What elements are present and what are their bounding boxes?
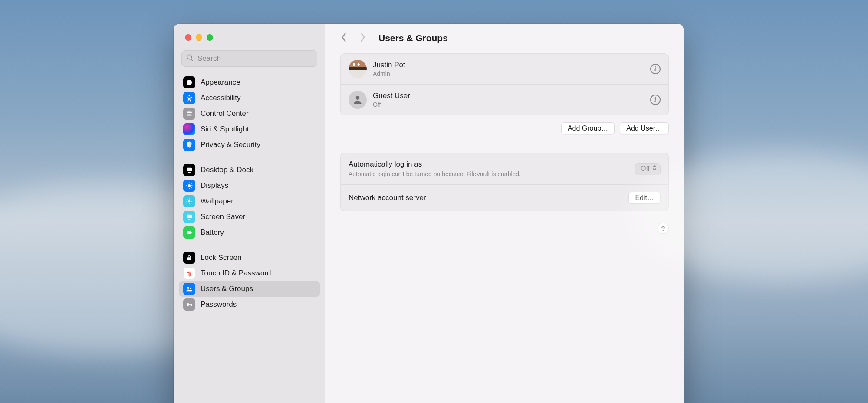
svg-line-14	[191, 183, 192, 184]
users-panel: Justin Pot Admin i Guest User Off i	[340, 53, 669, 115]
svg-point-6	[188, 184, 191, 187]
svg-rect-19	[191, 232, 192, 233]
sidebar-item-displays[interactable]: Displays	[179, 178, 320, 193]
sidebar-list: Appearance Accessibility Control Center …	[174, 73, 325, 324]
auto-login-value: Off	[641, 165, 650, 173]
sidebar-item-label: Desktop & Dock	[201, 166, 253, 174]
sidebar-item-label: Privacy & Security	[201, 141, 260, 149]
svg-rect-25	[191, 304, 192, 306]
sidebar-item-label: Appearance	[201, 78, 240, 87]
sidebar-item-screen-saver[interactable]: Screen Saver	[179, 209, 320, 225]
edit-network-server-button[interactable]: Edit…	[628, 192, 661, 204]
sidebar-item-siri-spotlight[interactable]: Siri & Spotlight	[179, 121, 320, 137]
sidebar-item-label: Control Center	[201, 109, 249, 118]
user-row[interactable]: Justin Pot Admin i	[341, 54, 668, 84]
svg-point-22	[190, 288, 191, 289]
svg-line-13	[187, 187, 187, 188]
zoom-window-button[interactable]	[207, 34, 213, 41]
search-input[interactable]	[197, 54, 312, 63]
add-buttons-row: Add Group… Add User…	[340, 122, 669, 134]
svg-rect-2	[187, 112, 192, 113]
sidebar-item-label: Wallpaper	[201, 197, 233, 206]
user-name: Justin Pot	[373, 61, 405, 69]
desktop-dock-icon	[183, 164, 195, 176]
svg-rect-17	[188, 219, 191, 220]
sidebar-item-lock-screen[interactable]: Lock Screen	[179, 250, 320, 265]
key-icon	[183, 298, 195, 311]
nav-forward-button[interactable]	[359, 33, 366, 44]
sidebar-item-desktop-dock[interactable]: Desktop & Dock	[179, 162, 320, 178]
sidebar-item-label: Users & Groups	[201, 285, 253, 293]
user-info-button[interactable]: i	[650, 95, 661, 105]
appearance-icon	[183, 76, 195, 88]
window-controls	[174, 34, 325, 50]
user-name: Guest User	[373, 92, 410, 100]
close-window-button[interactable]	[185, 34, 191, 41]
sidebar-item-appearance[interactable]: Appearance	[179, 75, 320, 90]
svg-rect-18	[187, 231, 191, 234]
control-center-icon	[183, 108, 195, 120]
sidebar-item-label: Siri & Spotlight	[201, 125, 249, 134]
login-settings-panel: Automatically log in as Automatic login …	[340, 153, 669, 211]
auto-login-select[interactable]: Off	[635, 163, 661, 174]
accessibility-icon	[183, 92, 195, 104]
svg-point-26	[356, 96, 360, 100]
sidebar-item-accessibility[interactable]: Accessibility	[179, 90, 320, 106]
sidebar-item-control-center[interactable]: Control Center	[179, 106, 320, 121]
svg-rect-20	[187, 257, 191, 260]
user-info-button[interactable]: i	[650, 64, 661, 74]
fingerprint-icon	[183, 267, 195, 279]
page-title: Users & Groups	[378, 33, 448, 43]
svg-point-23	[187, 303, 189, 306]
sidebar-item-users-groups[interactable]: Users & Groups	[179, 281, 320, 297]
wallpaper-icon	[183, 195, 195, 207]
svg-rect-3	[187, 115, 192, 116]
user-avatar	[349, 60, 367, 78]
user-avatar	[349, 91, 367, 109]
add-group-button[interactable]: Add Group…	[561, 122, 615, 134]
sidebar-item-battery[interactable]: Battery	[179, 225, 320, 240]
svg-line-11	[187, 183, 187, 184]
sidebar-item-touch-id[interactable]: Touch ID & Password	[179, 265, 320, 281]
sidebar-item-label: Displays	[201, 181, 228, 190]
help-button[interactable]: ?	[658, 223, 669, 234]
network-account-server-title: Network account server	[349, 193, 426, 202]
svg-point-1	[189, 95, 190, 96]
minimize-window-button[interactable]	[196, 34, 202, 41]
svg-point-15	[188, 200, 191, 203]
displays-icon	[183, 180, 195, 192]
svg-rect-5	[188, 172, 191, 173]
sidebar-item-wallpaper[interactable]: Wallpaper	[179, 193, 320, 209]
system-settings-window: Appearance Accessibility Control Center …	[174, 24, 684, 403]
user-row[interactable]: Guest User Off i	[341, 84, 668, 115]
sidebar-item-label: Passwords	[201, 300, 237, 309]
screen-saver-icon	[183, 211, 195, 223]
sidebar-item-passwords[interactable]: Passwords	[179, 297, 320, 312]
user-role: Off	[373, 101, 410, 108]
user-role: Admin	[373, 70, 405, 77]
network-account-server-row: Network account server Edit…	[341, 184, 668, 211]
content-header: Users & Groups	[340, 33, 669, 44]
svg-rect-4	[187, 168, 192, 171]
nav-back-button[interactable]	[340, 33, 347, 44]
add-user-button[interactable]: Add User…	[620, 122, 669, 134]
up-down-icon	[652, 165, 657, 173]
sidebar-item-privacy-security[interactable]: Privacy & Security	[179, 137, 320, 153]
svg-rect-16	[187, 215, 192, 218]
sidebar-item-label: Touch ID & Password	[201, 269, 271, 278]
users-icon	[183, 283, 195, 295]
sidebar-item-label: Battery	[201, 228, 224, 237]
auto-login-title: Automatically log in as	[349, 160, 521, 169]
svg-line-12	[191, 187, 192, 188]
auto-login-note: Automatic login can't be turned on becau…	[349, 170, 521, 177]
sidebar-item-label: Lock Screen	[201, 253, 242, 262]
battery-icon	[183, 226, 195, 239]
sidebar-item-label: Screen Saver	[201, 213, 245, 221]
sidebar: Appearance Accessibility Control Center …	[174, 24, 326, 403]
search-field[interactable]	[181, 50, 317, 67]
sidebar-item-label: Accessibility	[201, 94, 241, 102]
auto-login-row: Automatically log in as Automatic login …	[341, 153, 668, 184]
content-pane: Users & Groups Justin Pot Admin i Guest …	[326, 24, 684, 403]
siri-icon	[183, 123, 195, 135]
search-icon	[186, 54, 194, 63]
